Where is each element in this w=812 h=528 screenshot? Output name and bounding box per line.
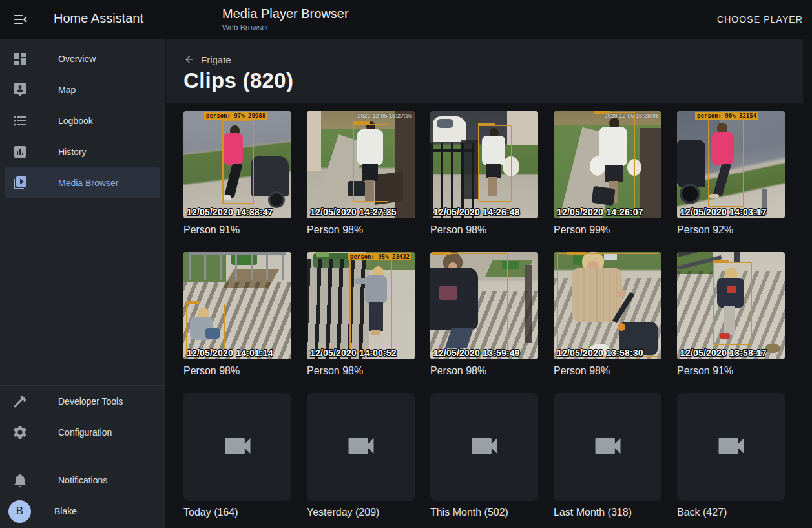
sidebar-item-map[interactable]: Map: [5, 74, 160, 105]
scene-shape: [307, 111, 321, 171]
scene-shape: [640, 128, 661, 218]
app-title: Home Assistant: [54, 11, 143, 26]
folder-label: Last Month (318): [554, 507, 661, 518]
sidebar-item-overview[interactable]: Overview: [5, 43, 160, 74]
user-name-label: Blake: [54, 506, 77, 516]
folder-item[interactable]: This Month (502): [430, 393, 538, 518]
sidebar-item-label: Map: [58, 85, 76, 95]
scene-shape: [677, 140, 705, 187]
folder-thumbnail[interactable]: [307, 393, 415, 501]
video-camera-icon: [591, 429, 625, 465]
folder-label: Yesterday (209): [307, 507, 415, 518]
clip-item[interactable]: person: 97% 29988 12/05/2020 14:38:47 Pe…: [183, 111, 291, 236]
scene-shape: [189, 252, 286, 255]
hammer-icon: [12, 394, 28, 409]
clip-label: Person 98%: [307, 365, 415, 377]
detection-bbox: [353, 124, 388, 202]
clips-grid: person: 97% 29988 12/05/2020 14:38:47 Pe…: [166, 103, 812, 528]
clip-thumbnail[interactable]: 12/05/2020 14:01:14: [183, 252, 291, 359]
play-box-multiple-icon: [12, 175, 28, 191]
clip-thumbnail[interactable]: person: 96% 32154 12/05/2020 14:03:17: [677, 111, 785, 218]
camera-osd-text: 2020-12-05 16:27:35: [357, 112, 412, 119]
scene-shape: [316, 252, 329, 257]
folder-label: This Month (502): [430, 507, 538, 518]
detection-chip-small: [353, 121, 370, 125]
sidebar-item-label: Media Browser: [58, 178, 118, 188]
folder-thumbnail[interactable]: [183, 393, 291, 501]
clip-item[interactable]: person: 96% 32154 12/05/2020 14:03:17 Pe…: [677, 111, 785, 236]
clip-thumbnail[interactable]: person: 97% 29988 12/05/2020 14:38:47: [183, 111, 291, 218]
sidebar-item-configuration[interactable]: Configuration: [5, 417, 160, 448]
clip-item[interactable]: 12/05/2020 13:59:49 Person 98%: [430, 252, 538, 377]
clip-item[interactable]: person: 95% 23432 12/05/2020 14:00:52 Pe…: [307, 252, 415, 377]
dashboard-icon: [12, 51, 28, 67]
clip-thumbnail[interactable]: 12/05/2020 13:58:17: [677, 252, 785, 359]
clip-thumbnail[interactable]: 12/05/2020 13:59:49: [430, 252, 538, 359]
sidebar-item-label: Developer Tools: [58, 396, 123, 407]
list-bulleted-icon: [12, 113, 28, 129]
page-heading: Media Player Browser Web Browser: [222, 6, 349, 33]
video-camera-icon: [714, 429, 748, 465]
clip-item[interactable]: 12/05/2020 13:58:17 Person 91%: [677, 252, 785, 377]
sidebar-item-logbook[interactable]: Logbook: [5, 105, 160, 136]
clip-thumbnail[interactable]: 12/05/2020 13:58:30: [554, 252, 661, 359]
breadcrumb-back[interactable]: Frigate: [166, 39, 803, 65]
detection-bbox: [349, 257, 392, 352]
sidebar-item-label: History: [58, 147, 87, 157]
clip-thumbnail[interactable]: 12/05/2020 14:26:48: [430, 111, 538, 218]
choose-player-button[interactable]: CHOOSE PLAYER: [714, 13, 806, 26]
clip-item[interactable]: 2020-12-05 16:27:35 12/05/2020 14:27:35 …: [307, 111, 415, 236]
detection-label-chip: person: 95% 23432: [348, 253, 411, 260]
sidebar-toggle-button[interactable]: [13, 12, 28, 27]
detection-chip-small: [478, 123, 495, 126]
folder-thumbnail[interactable]: [677, 393, 785, 501]
detection-bbox: [594, 112, 635, 212]
detection-chip-small: [432, 252, 451, 255]
timestamp-overlay: 12/05/2020 14:00:52: [310, 348, 397, 358]
sidebar-item-developer-tools[interactable]: Developer Tools: [5, 386, 160, 417]
clip-thumbnail[interactable]: person: 95% 23432 12/05/2020 14:00:52: [307, 252, 415, 359]
clip-label: Person 91%: [183, 224, 291, 236]
timestamp-overlay: 12/05/2020 14:03:17: [680, 207, 767, 217]
clip-thumbnail[interactable]: 2020-12-05 16:27:35 12/05/2020 14:27:35: [307, 111, 415, 218]
clip-thumbnail[interactable]: 2020-12-05 16:26:08 12/05/2020 14:26:07: [554, 111, 661, 218]
top-app-bar: Home Assistant Media Player Browser Web …: [0, 0, 812, 39]
detection-bbox: [708, 119, 744, 207]
clip-item[interactable]: 12/05/2020 13:58:30 Person 98%: [554, 252, 661, 377]
sidebar-item-notifications[interactable]: Notifications: [5, 465, 160, 496]
folder-item[interactable]: Back (427): [677, 393, 785, 518]
scene-shape: [395, 111, 415, 218]
folder-thumbnail[interactable]: [430, 393, 538, 501]
scene-shape: [437, 119, 453, 128]
page-title: Clips (820): [166, 69, 803, 93]
sidebar-item-media-browser[interactable]: Media Browser: [5, 167, 160, 198]
sidebar-item-history[interactable]: History: [5, 136, 160, 167]
menu-open-icon: [13, 18, 28, 29]
media-player-browser-title: Media Player Browser: [222, 6, 349, 21]
detection-bbox: [557, 253, 658, 357]
folder-thumbnail[interactable]: [554, 393, 661, 501]
scene-shape: [507, 111, 538, 145]
folder-item[interactable]: Today (164): [183, 393, 291, 518]
timestamp-overlay: 12/05/2020 13:58:30: [557, 348, 643, 358]
chart-box-icon: [12, 144, 28, 160]
folder-item[interactable]: Yesterday (209): [307, 393, 415, 518]
timestamp-overlay: 12/05/2020 13:59:49: [433, 348, 520, 358]
folder-label: Back (427): [677, 507, 785, 518]
sidebar-item-label: Configuration: [58, 427, 112, 438]
sidebar-item-user-profile[interactable]: B Blake: [5, 496, 160, 527]
timestamp-overlay: 12/05/2020 14:26:48: [433, 207, 520, 217]
sidebar-item-label: Logbook: [58, 116, 93, 126]
media-browser-content: Frigate Clips (820) person: 97% 29988 12…: [166, 39, 812, 528]
gear-icon: [12, 425, 28, 440]
scene-shape: [430, 149, 475, 152]
video-camera-icon: [344, 429, 378, 465]
scene-shape: [734, 252, 740, 262]
folder-item[interactable]: Last Month (318): [554, 393, 661, 518]
avatar: B: [8, 500, 31, 523]
clip-item[interactable]: 12/05/2020 14:26:48 Person 98%: [430, 111, 538, 236]
clip-item[interactable]: 2020-12-05 16:26:08 12/05/2020 14:26:07 …: [554, 111, 661, 236]
clip-item[interactable]: 12/05/2020 14:01:14 Person 98%: [183, 252, 291, 377]
sidebar-item-label: Notifications: [58, 475, 107, 485]
scene-shape: [680, 184, 700, 204]
